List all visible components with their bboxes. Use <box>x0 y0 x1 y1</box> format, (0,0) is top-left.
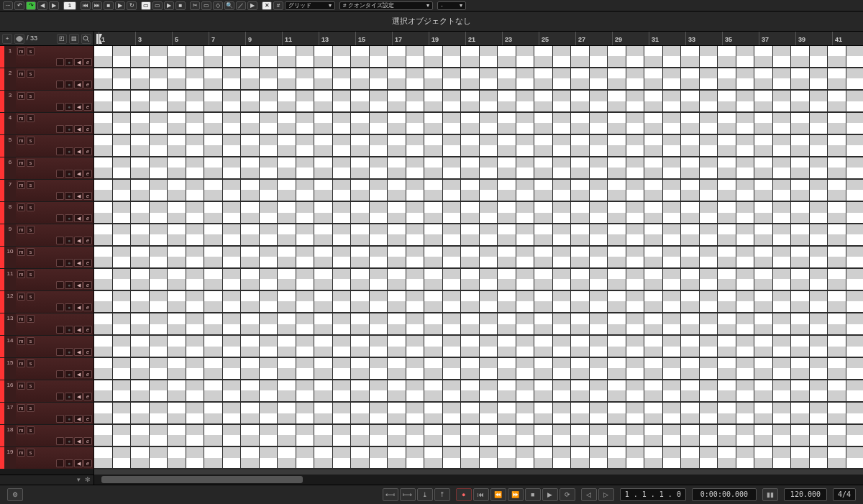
toolbar-field-1[interactable]: 1 <box>63 1 76 10</box>
arrange-lane[interactable] <box>94 224 863 247</box>
grid-cell[interactable] <box>516 336 535 357</box>
record-enable-button[interactable]: ● <box>65 437 73 445</box>
grid-cell[interactable] <box>150 291 168 312</box>
track-checkbox[interactable] <box>56 437 64 445</box>
grid-cell[interactable] <box>791 447 810 468</box>
timeline-ruler[interactable]: 1357911131517192123252729313335373941 <box>94 32 863 46</box>
grid-cell[interactable] <box>314 425 333 446</box>
grid-cell[interactable] <box>516 68 535 89</box>
track-row[interactable]: 19ms●◀e <box>0 447 93 469</box>
grid-cell[interactable] <box>131 380 150 401</box>
grid-cell[interactable] <box>608 447 626 468</box>
grid-cell[interactable] <box>846 291 864 312</box>
grid-cell[interactable] <box>241 91 260 111</box>
grid-cell[interactable] <box>131 247 150 267</box>
grid-cell[interactable] <box>278 403 296 423</box>
grid-cell[interactable] <box>700 313 718 334</box>
grid-cell[interactable] <box>204 113 223 134</box>
grid-cell[interactable] <box>773 358 792 379</box>
grid-cell[interactable] <box>241 291 260 312</box>
grid-cell[interactable] <box>846 447 864 468</box>
grid-cell[interactable] <box>480 113 498 134</box>
stop-small-button[interactable]: ■ <box>104 1 114 10</box>
grid-cell[interactable] <box>791 91 810 111</box>
grid-cell[interactable] <box>791 313 810 334</box>
grid-cell[interactable] <box>314 180 333 201</box>
grid-cell[interactable] <box>480 380 498 401</box>
solo-button[interactable]: s <box>27 404 35 412</box>
record-enable-button[interactable]: ● <box>65 103 73 111</box>
track-row[interactable]: 16ms●◀e <box>0 380 93 403</box>
grid-cell[interactable] <box>461 425 480 446</box>
grid-cell[interactable] <box>351 358 370 379</box>
grid-cell[interactable] <box>406 157 425 178</box>
edit-channel-button[interactable]: e <box>83 237 92 244</box>
grid-cell[interactable] <box>534 358 553 379</box>
grid-cell[interactable] <box>754 247 773 267</box>
solo-button[interactable]: s <box>27 137 35 145</box>
arrange-lane[interactable] <box>94 380 863 403</box>
arrange-lane[interactable] <box>94 157 863 180</box>
track-checkbox[interactable] <box>56 303 64 311</box>
grid-cell[interactable] <box>131 358 150 379</box>
grid-cell[interactable] <box>278 68 296 89</box>
mute-button[interactable]: m <box>17 226 25 234</box>
grid-cell[interactable] <box>736 313 755 334</box>
grid-cell[interactable] <box>168 247 186 267</box>
grid-cell[interactable] <box>553 269 572 290</box>
grid-cell[interactable] <box>718 91 736 111</box>
monitor-button[interactable]: ◀ <box>74 415 83 423</box>
grid-cell[interactable] <box>443 425 462 446</box>
arrange-lane[interactable] <box>94 91 863 113</box>
mute-button[interactable]: m <box>17 203 25 211</box>
grid-cell[interactable] <box>260 202 278 223</box>
grid-cell[interactable] <box>424 113 443 134</box>
grid-cell[interactable] <box>846 336 864 357</box>
grid-cell[interactable] <box>223 113 242 134</box>
grid-cell[interactable] <box>168 425 186 446</box>
grid-cell[interactable] <box>461 313 480 334</box>
grid-cell[interactable] <box>571 247 590 267</box>
mute-button[interactable]: m <box>17 270 25 278</box>
track-row[interactable]: 9ms●◀e <box>0 224 93 247</box>
grid-cell[interactable] <box>828 180 846 201</box>
edit-channel-button[interactable]: e <box>83 58 92 66</box>
grid-cell[interactable] <box>681 358 700 379</box>
grid-cell[interactable] <box>351 68 370 89</box>
grid-cell[interactable] <box>644 113 663 134</box>
grid-cell[interactable] <box>571 313 590 334</box>
visibility-button[interactable] <box>14 34 24 44</box>
grid-cell[interactable] <box>314 336 333 357</box>
grid-cell[interactable] <box>150 425 168 446</box>
grid-cell[interactable] <box>223 180 242 201</box>
grid-cell[interactable] <box>534 269 553 290</box>
grid-cell[interactable] <box>113 157 132 178</box>
grid-cell[interactable] <box>204 180 223 201</box>
grid-cell[interactable] <box>406 269 425 290</box>
edit-channel-button[interactable]: e <box>83 125 92 133</box>
grid-cell[interactable] <box>461 68 480 89</box>
monitor-button[interactable]: ◀ <box>74 326 83 334</box>
grid-cell[interactable] <box>370 135 388 156</box>
mute-button[interactable]: m <box>17 293 25 301</box>
grid-cell[interactable] <box>388 380 406 401</box>
arrange-lane[interactable] <box>94 46 863 68</box>
range-tool-button[interactable]: ▭ <box>152 1 163 10</box>
grid-cell[interactable] <box>406 336 425 357</box>
grid-cell[interactable] <box>828 46 846 67</box>
grid-cell[interactable] <box>204 91 223 111</box>
grid-cell[interactable] <box>571 46 590 67</box>
grid-cell[interactable] <box>644 336 663 357</box>
grid-cell[interactable] <box>534 403 553 423</box>
grid-cell[interactable] <box>718 425 736 446</box>
grid-cell[interactable] <box>663 291 682 312</box>
play-small-button[interactable]: ▶ <box>115 1 125 10</box>
grid-cell[interactable] <box>461 291 480 312</box>
grid-cell[interactable] <box>608 247 626 267</box>
grid-cell[interactable] <box>424 313 443 334</box>
grid-cell[interactable] <box>480 180 498 201</box>
grid-cell[interactable] <box>150 336 168 357</box>
grid-cell[interactable] <box>810 46 828 67</box>
grid-cell[interactable] <box>608 224 626 245</box>
stop-button[interactable]: ■ <box>525 488 541 501</box>
